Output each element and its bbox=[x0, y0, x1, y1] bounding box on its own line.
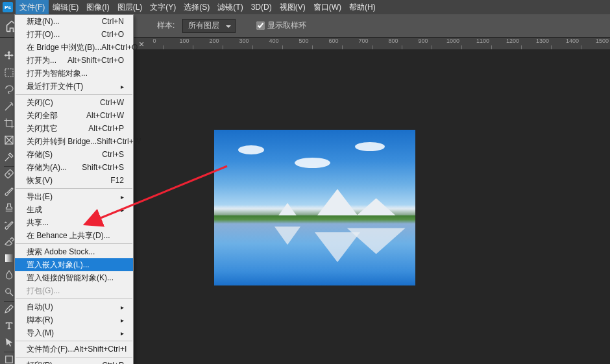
ruler-tick: 1100 bbox=[474, 38, 492, 49]
menu-item[interactable]: 搜索 Adobe Stock... bbox=[15, 245, 133, 258]
menubar-item-9[interactable]: 窗口(W) bbox=[310, 0, 345, 14]
sample-dropdown[interactable]: 所有图层 bbox=[182, 19, 236, 33]
ruler-tick: 800 bbox=[384, 38, 402, 49]
svg-rect-5 bbox=[5, 356, 12, 363]
menubar-item-1[interactable]: 编辑(E) bbox=[49, 0, 82, 14]
ruler-tick: 200 bbox=[205, 38, 223, 49]
menubar-item-5[interactable]: 选择(S) bbox=[180, 0, 214, 14]
menubar-item-6[interactable]: 滤镜(T) bbox=[214, 0, 247, 14]
svg-line-7 bbox=[97, 166, 227, 219]
menu-item: 打包(G)... bbox=[15, 284, 133, 297]
menu-item[interactable]: 新建(N)...Ctrl+N bbox=[15, 15, 133, 28]
ruler-tick: 1400 bbox=[563, 38, 581, 49]
svg-point-4 bbox=[5, 289, 10, 294]
menu-item[interactable]: 存储(S)Ctrl+S bbox=[15, 148, 133, 161]
menu-item[interactable]: 自动(U) bbox=[15, 300, 133, 313]
ruler-tick: 1000 bbox=[444, 38, 462, 49]
menu-item[interactable]: 关闭全部Alt+Ctrl+W bbox=[15, 109, 133, 122]
ruler-tick: 900 bbox=[414, 38, 432, 49]
ruler-tick: 600 bbox=[324, 38, 343, 49]
ruler-tick: 0 bbox=[145, 38, 164, 49]
annotation-arrow bbox=[91, 162, 234, 230]
menubar-item-0[interactable]: 文件(F) bbox=[16, 0, 49, 14]
menu-item[interactable]: 最近打开文件(T) bbox=[15, 80, 133, 93]
ruler-tick: 1300 bbox=[533, 38, 552, 49]
menu-item[interactable]: 置入链接的智能对象(K)... bbox=[15, 271, 133, 284]
menu-item[interactable]: 打开为智能对象... bbox=[15, 67, 133, 80]
menubar-item-8[interactable]: 视图(V) bbox=[276, 0, 310, 14]
menu-item[interactable]: 文件简介(F)...Alt+Shift+Ctrl+I bbox=[15, 343, 133, 356]
ruler-tick: 100 bbox=[175, 38, 193, 49]
menu-item[interactable]: 脚本(R) bbox=[15, 313, 133, 326]
document-image[interactable] bbox=[214, 130, 415, 285]
ruler-tick: 500 bbox=[295, 38, 313, 49]
svg-rect-0 bbox=[5, 69, 13, 77]
menu-item[interactable]: 打印(P)...Ctrl+P bbox=[15, 359, 133, 364]
menu-item[interactable]: 在 Bridge 中浏览(B)...Alt+Ctrl+O bbox=[15, 41, 133, 54]
menu-item[interactable]: 打开(O)...Ctrl+O bbox=[15, 28, 133, 41]
menubar-item-4[interactable]: 文字(Y) bbox=[146, 0, 180, 14]
menu-item[interactable]: 打开为...Alt+Shift+Ctrl+O bbox=[15, 54, 133, 67]
menubar-item-2[interactable]: 图像(I) bbox=[82, 0, 113, 14]
doc-tab-close-icon[interactable]: × bbox=[139, 39, 144, 49]
menubar-item-7[interactable]: 3D(D) bbox=[247, 0, 276, 14]
menu-item[interactable]: 置入嵌入对象(L)... bbox=[15, 258, 133, 271]
menubar-item-3[interactable]: 图层(L) bbox=[114, 0, 147, 14]
menubar: Ps 文件(F)编辑(E)图像(I)图层(L)文字(Y)选择(S)滤镜(T)3D… bbox=[0, 0, 610, 14]
menu-item[interactable]: 关闭其它Alt+Ctrl+P bbox=[15, 122, 133, 135]
sample-label: 样本: bbox=[157, 20, 175, 31]
menu-item[interactable]: 在 Behance 上共享(D)... bbox=[15, 229, 133, 242]
show-sample-ring-checkbox[interactable]: 显示取样环 bbox=[256, 20, 306, 31]
ruler-tick: 1500 bbox=[593, 38, 610, 49]
menu-item[interactable]: 关闭并转到 Bridge...Shift+Ctrl+W bbox=[15, 135, 133, 148]
svg-rect-3 bbox=[5, 254, 13, 262]
menubar-item-10[interactable]: 帮助(H) bbox=[345, 0, 380, 14]
ruler-tick: 300 bbox=[235, 38, 253, 49]
app-logo-icon: Ps bbox=[3, 2, 13, 12]
ruler-tick: 400 bbox=[265, 38, 283, 49]
menu-item[interactable]: 关闭(C)Ctrl+W bbox=[15, 96, 133, 109]
ruler-tick: 1200 bbox=[504, 38, 522, 49]
menu-item[interactable]: 导入(M) bbox=[15, 326, 133, 339]
ruler-tick: 700 bbox=[354, 38, 372, 49]
